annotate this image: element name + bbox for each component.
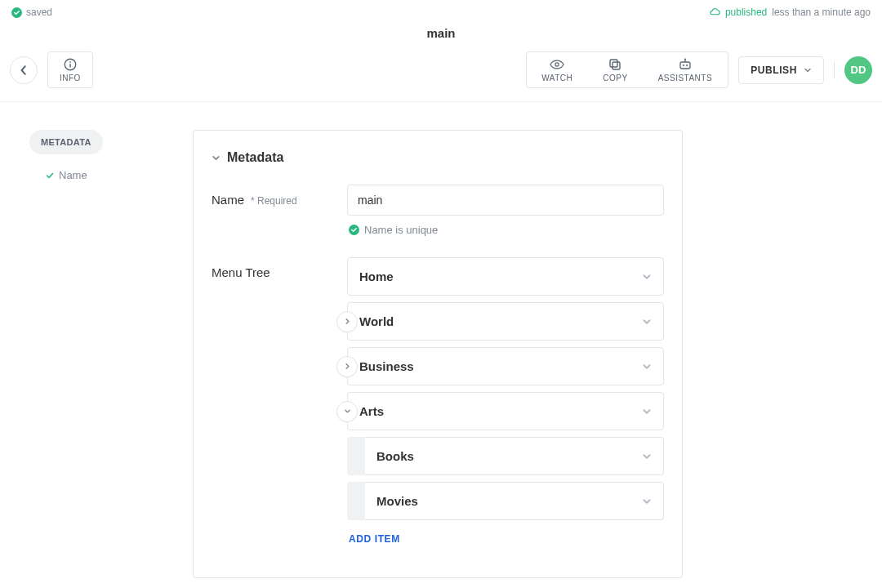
metadata-card: Metadata Name * Required Name is unique	[193, 130, 683, 578]
sidebar: METADATA Name	[29, 130, 193, 578]
eye-icon	[550, 57, 564, 72]
sidebar-sub-label: Name	[59, 169, 87, 181]
svg-point-3	[555, 63, 559, 66]
divider	[834, 61, 835, 79]
tree-item-label: Business	[359, 359, 414, 373]
expand-toggle[interactable]	[336, 401, 358, 422]
expand-toggle[interactable]	[336, 311, 358, 332]
tree-card[interactable]: Movies	[365, 482, 664, 520]
name-hint: Name is unique	[347, 216, 664, 236]
tree-item-business: Business	[347, 347, 664, 385]
cloud-icon	[709, 7, 720, 18]
watch-button[interactable]: WATCH	[527, 52, 588, 87]
tree-item-label: Home	[359, 270, 394, 283]
svg-point-9	[684, 59, 686, 60]
page-title: main	[0, 23, 882, 48]
tree-child-movies: Movies	[347, 482, 664, 520]
svg-rect-5	[612, 62, 620, 69]
chevron-down-icon	[642, 317, 652, 327]
svg-rect-4	[610, 60, 617, 67]
expand-toggle[interactable]	[336, 356, 358, 377]
check-circle-icon	[11, 7, 22, 18]
status-bar: saved published less than a minute ago	[0, 0, 882, 23]
child-gutter	[347, 482, 365, 520]
chevron-down-icon	[212, 154, 220, 163]
tree-card[interactable]: Business	[347, 347, 664, 385]
tree-item-label: Arts	[359, 404, 384, 418]
tree-child-books: Books	[347, 437, 664, 475]
name-label: Name	[212, 193, 244, 207]
publish-label: PUBLISH	[751, 65, 797, 76]
chevron-down-icon	[642, 407, 652, 416]
watch-label: WATCH	[541, 74, 572, 82]
name-hint-text: Name is unique	[364, 224, 438, 236]
chevron-right-icon	[344, 363, 351, 370]
tree-card[interactable]: Home	[347, 257, 664, 296]
tree-item-arts: Arts	[347, 392, 664, 430]
chevron-down-icon	[344, 408, 351, 415]
published-time: less than a minute ago	[772, 7, 871, 18]
sidebar-sub-name[interactable]: Name	[29, 154, 193, 181]
chevron-down-icon	[642, 362, 652, 372]
chevron-down-icon	[642, 497, 652, 506]
copy-label: COPY	[603, 74, 627, 82]
tree-item-world: World	[347, 302, 664, 341]
tree-item-label: Books	[376, 449, 414, 463]
chevron-down-icon	[642, 452, 652, 461]
name-input[interactable]	[347, 185, 664, 216]
card-heading: Metadata	[227, 150, 283, 165]
chevron-down-icon	[804, 66, 812, 74]
assistants-button[interactable]: ASSISTANTS	[644, 52, 728, 87]
check-icon	[46, 172, 54, 180]
saved-label: saved	[26, 7, 52, 18]
main-area: METADATA Name Metadata Name * Required	[0, 102, 882, 578]
tree-item-label: World	[359, 314, 394, 328]
published-status: published less than a minute ago	[709, 7, 871, 18]
assistants-label: ASSISTANTS	[658, 74, 713, 82]
back-button[interactable]	[10, 56, 38, 84]
chevron-left-icon	[19, 65, 29, 75]
card-heading-row[interactable]: Metadata	[212, 150, 664, 165]
avatar[interactable]: DD	[844, 56, 872, 84]
saved-status: saved	[11, 7, 52, 18]
info-label: INFO	[60, 74, 81, 82]
publish-button[interactable]: PUBLISH	[738, 56, 824, 84]
name-row: Name * Required Name is unique	[212, 185, 664, 236]
tree-card[interactable]: World	[347, 302, 664, 341]
svg-rect-6	[680, 62, 690, 69]
menu-tree-list: Home World	[347, 257, 664, 520]
toolbar: INFO WATCH COPY ASSISTANTS PUBLISH DD	[0, 48, 882, 102]
tree-item-label: Movies	[376, 494, 418, 508]
chevron-right-icon	[344, 318, 351, 325]
menu-tree-row: Menu Tree Home	[212, 257, 664, 545]
menu-tree-label: Menu Tree	[212, 265, 270, 279]
svg-point-8	[686, 65, 688, 66]
add-item-button[interactable]: ADD ITEM	[347, 520, 400, 545]
action-group: WATCH COPY ASSISTANTS	[526, 51, 728, 88]
chevron-down-icon	[642, 272, 652, 282]
svg-rect-2	[69, 64, 70, 68]
check-circle-icon	[349, 225, 359, 235]
svg-point-7	[683, 65, 684, 66]
tree-card[interactable]: Arts	[347, 392, 664, 430]
svg-point-1	[69, 61, 71, 63]
child-gutter	[347, 437, 365, 475]
robot-icon	[678, 57, 693, 72]
published-label: published	[725, 7, 767, 18]
tree-card[interactable]: Books	[365, 437, 664, 475]
tree-item-home: Home	[347, 257, 664, 296]
name-required: * Required	[251, 195, 297, 207]
info-button[interactable]: INFO	[47, 51, 93, 88]
copy-icon	[608, 57, 622, 72]
copy-button[interactable]: COPY	[588, 52, 643, 87]
sidebar-chip-metadata[interactable]: METADATA	[29, 130, 103, 154]
info-icon	[63, 57, 78, 72]
